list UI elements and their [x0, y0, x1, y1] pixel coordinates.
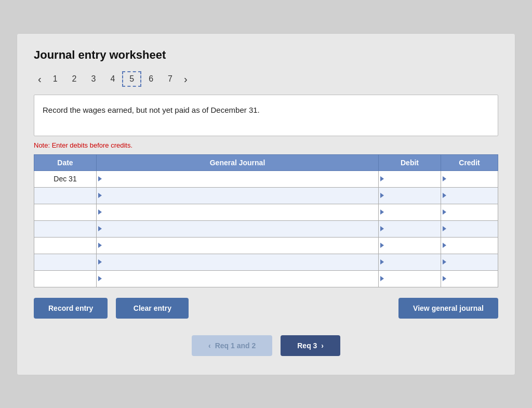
page-6[interactable]: 6: [141, 72, 161, 86]
page-4[interactable]: 4: [103, 72, 122, 86]
table-row: [34, 270, 498, 287]
triangle-icon: [443, 209, 446, 215]
date-cell-6[interactable]: [34, 254, 97, 270]
table-row: [34, 237, 498, 254]
triangle-icon: [380, 243, 384, 248]
journal-cell-5[interactable]: [97, 237, 379, 254]
credit-cell-6[interactable]: [441, 254, 498, 270]
col-header-date: Date: [34, 154, 97, 170]
triangle-icon: [443, 176, 446, 181]
page-7[interactable]: 7: [161, 72, 180, 86]
triangle-icon: [380, 226, 384, 231]
date-cell-4[interactable]: [34, 220, 97, 237]
date-cell-3[interactable]: [34, 204, 97, 220]
clear-entry-button[interactable]: Clear entry: [116, 298, 189, 319]
triangle-icon: [380, 209, 384, 215]
next-nav-button[interactable]: Req 3 ›: [281, 335, 340, 356]
triangle-icon: [443, 243, 446, 248]
date-cell-2[interactable]: [34, 187, 97, 204]
bottom-nav: ‹ Req 1 and 2 Req 3 ›: [34, 335, 498, 356]
col-header-journal: General Journal: [97, 154, 379, 170]
date-cell-7[interactable]: [34, 270, 97, 287]
table-row: [34, 220, 498, 237]
table-row: [34, 204, 498, 220]
date-cell-5[interactable]: [34, 237, 97, 254]
prev-page-arrow[interactable]: ‹: [34, 71, 46, 87]
triangle-icon: [380, 259, 384, 265]
page-title: Journal entry worksheet: [34, 48, 498, 62]
triangle-icon: [98, 193, 102, 198]
view-general-journal-button[interactable]: View general journal: [398, 298, 498, 319]
next-page-arrow[interactable]: ›: [180, 71, 192, 87]
page-2[interactable]: 2: [65, 72, 84, 86]
triangle-icon: [98, 243, 102, 248]
triangle-icon: [443, 226, 446, 231]
credit-cell-5[interactable]: [441, 237, 498, 254]
pagination: ‹ 1 2 3 4 5 6 7 ›: [34, 71, 498, 87]
page-5-active[interactable]: 5: [122, 71, 141, 87]
credit-cell-4[interactable]: [441, 220, 498, 237]
table-row: [34, 187, 498, 204]
action-buttons: Record entry Clear entry View general jo…: [34, 298, 498, 319]
triangle-icon: [380, 176, 384, 181]
page-1[interactable]: 1: [46, 72, 65, 86]
debit-cell-5[interactable]: [379, 237, 441, 254]
debit-cell-6[interactable]: [379, 254, 441, 270]
page-3[interactable]: 3: [84, 72, 103, 86]
journal-cell-4[interactable]: [97, 220, 379, 237]
journal-cell-6[interactable]: [97, 254, 379, 270]
triangle-icon: [380, 276, 384, 281]
triangle-icon: [98, 209, 102, 215]
instruction-box: Record the wages earned, but not yet pai…: [34, 95, 498, 136]
triangle-icon: [98, 276, 102, 281]
main-container: Journal entry worksheet ‹ 1 2 3 4 5 6 7 …: [17, 33, 515, 375]
col-header-credit: Credit: [441, 154, 498, 170]
table-row: [34, 254, 498, 270]
journal-cell-2[interactable]: [97, 187, 379, 204]
journal-cell-7[interactable]: [97, 270, 379, 287]
triangle-icon: [443, 193, 446, 198]
journal-cell-3[interactable]: [97, 204, 379, 220]
triangle-icon: [98, 259, 102, 265]
table-row: Dec 31: [34, 170, 498, 187]
date-cell-1[interactable]: Dec 31: [34, 170, 97, 187]
debit-cell-1[interactable]: [379, 170, 441, 187]
record-entry-button[interactable]: Record entry: [34, 298, 108, 319]
next-arrow-icon: ›: [321, 341, 324, 350]
debit-cell-2[interactable]: [379, 187, 441, 204]
next-nav-label: Req 3: [297, 341, 317, 350]
credit-cell-7[interactable]: [441, 270, 498, 287]
journal-table: Date General Journal Debit Credit Dec 31: [34, 154, 498, 287]
triangle-icon: [380, 193, 384, 198]
triangle-icon: [98, 226, 102, 231]
triangle-icon: [98, 176, 102, 181]
debit-cell-7[interactable]: [379, 270, 441, 287]
prev-nav-label: Req 1 and 2: [215, 341, 256, 350]
debit-cell-3[interactable]: [379, 204, 441, 220]
credit-cell-3[interactable]: [441, 204, 498, 220]
col-header-debit: Debit: [379, 154, 441, 170]
journal-cell-1[interactable]: [97, 170, 379, 187]
instruction-text: Record the wages earned, but not yet pai…: [43, 106, 260, 114]
credit-cell-2[interactable]: [441, 187, 498, 204]
note-text: Note: Enter debits before credits.: [34, 141, 498, 149]
debit-cell-4[interactable]: [379, 220, 441, 237]
prev-arrow-icon: ‹: [208, 341, 211, 350]
triangle-icon: [443, 259, 446, 265]
triangle-icon: [443, 276, 446, 281]
prev-nav-button[interactable]: ‹ Req 1 and 2: [192, 335, 272, 356]
credit-cell-1[interactable]: [441, 170, 498, 187]
